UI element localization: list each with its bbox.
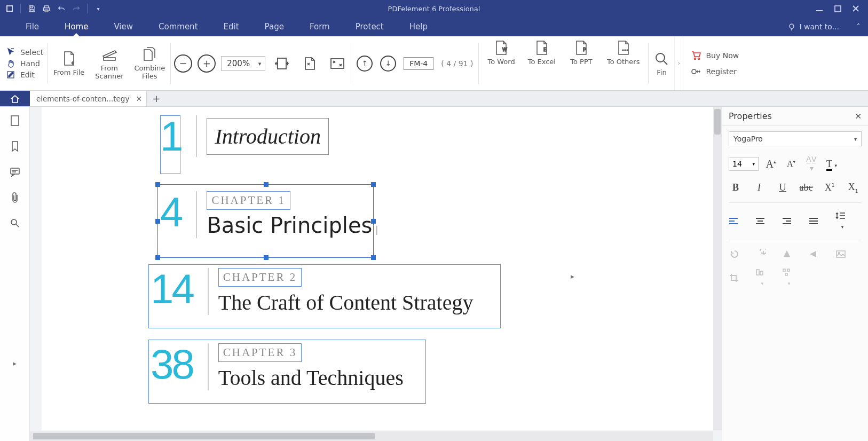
- page-num[interactable]: 38: [151, 343, 198, 390]
- bold-icon[interactable]: B: [729, 182, 743, 193]
- from-file-button[interactable]: From File: [48, 36, 90, 90]
- char-spacing-icon[interactable]: A̲V̲ ▾: [804, 155, 818, 173]
- distribute-icon[interactable]: ▾: [782, 268, 796, 288]
- collapse-right-panel[interactable]: ▶: [571, 274, 574, 279]
- chapter-label[interactable]: CHAPTER 3: [218, 343, 302, 362]
- italic-icon[interactable]: I: [752, 182, 766, 193]
- underline-icon[interactable]: U: [776, 182, 790, 193]
- close-properties-icon[interactable]: ✕: [855, 112, 862, 121]
- svg-line-37: [16, 224, 19, 227]
- page-num[interactable]: 4: [160, 191, 186, 238]
- find-button[interactable]: Fin: [649, 36, 674, 90]
- svg-line-28: [664, 61, 667, 65]
- maximize-icon[interactable]: [828, 2, 847, 15]
- actual-size-icon[interactable]: [328, 56, 346, 72]
- rotate-left-icon[interactable]: [729, 249, 743, 259]
- minimize-icon[interactable]: [810, 2, 828, 15]
- hand-tool[interactable]: Hand: [6, 59, 43, 68]
- from-scanner-button[interactable]: From Scanner: [90, 36, 129, 90]
- svg-rect-58: [787, 269, 790, 271]
- chapter-label[interactable]: CHAPTER 2: [218, 268, 302, 287]
- menu-protect[interactable]: Protect: [343, 17, 397, 36]
- fit-width-icon[interactable]: [273, 56, 291, 72]
- collapse-ribbon-icon[interactable]: ˄: [849, 22, 868, 31]
- chapter-title[interactable]: The Craft of Content Strategy: [218, 290, 474, 315]
- doc-tab[interactable]: elements-of-conten...tegy ✕: [30, 91, 147, 106]
- menu-file[interactable]: File: [13, 17, 52, 36]
- increase-font-icon[interactable]: A▴: [764, 158, 778, 170]
- align-right-icon[interactable]: [782, 217, 796, 225]
- to-ppt-button[interactable]: PTo PPT: [563, 40, 599, 66]
- expand-left-panel[interactable]: ▶: [13, 361, 17, 366]
- page-input[interactable]: FM-4: [404, 57, 433, 70]
- comments-icon[interactable]: [9, 166, 21, 178]
- add-tab-button[interactable]: +: [147, 91, 166, 106]
- register-button[interactable]: Register: [691, 67, 745, 76]
- line-spacing-icon[interactable]: ▾: [835, 211, 849, 231]
- intro-title[interactable]: Introduction: [207, 118, 329, 155]
- flip-horizontal-icon[interactable]: [809, 249, 823, 259]
- thumbnails-icon[interactable]: [9, 114, 21, 127]
- menu-page[interactable]: Page: [252, 17, 297, 36]
- redo-icon[interactable]: [70, 2, 83, 15]
- to-word-button[interactable]: WTo Word: [482, 40, 520, 66]
- combine-files-button[interactable]: Combine Files: [129, 36, 170, 90]
- page-num[interactable]: 1: [160, 115, 186, 157]
- font-family-select[interactable]: YogaPro: [729, 131, 862, 146]
- menu-edit[interactable]: Edit: [211, 17, 252, 36]
- vertical-scrollbar[interactable]: [713, 107, 722, 430]
- qat-dropdown-icon[interactable]: ▾: [92, 2, 105, 15]
- font-size-select[interactable]: 14▾: [729, 157, 759, 171]
- horizontal-scrollbar[interactable]: [30, 431, 713, 441]
- align-center-icon[interactable]: [755, 217, 769, 225]
- zoom-select[interactable]: 200%: [221, 56, 265, 71]
- close-icon[interactable]: [847, 2, 865, 15]
- page-nav: ↑ ↓ FM-4 ( 4 / 91 ): [351, 56, 478, 72]
- others-icon: [616, 40, 632, 57]
- decrease-font-icon[interactable]: A▾: [784, 159, 798, 169]
- print-icon[interactable]: [40, 2, 53, 15]
- superscript-icon[interactable]: X1: [823, 182, 837, 193]
- edit-tool[interactable]: Edit: [6, 70, 43, 80]
- to-excel-button[interactable]: ETo Excel: [523, 40, 561, 66]
- menu-form[interactable]: Form: [297, 17, 343, 36]
- rotate-right-icon[interactable]: [755, 249, 769, 259]
- replace-image-icon[interactable]: [835, 250, 849, 258]
- i-want-label: I want to...: [799, 22, 839, 31]
- menu-view[interactable]: View: [101, 17, 146, 36]
- menu-home[interactable]: Home: [52, 17, 101, 36]
- search-panel-icon[interactable]: [9, 217, 21, 230]
- to-others-button[interactable]: To Others: [602, 40, 645, 66]
- bookmarks-icon[interactable]: [9, 140, 21, 153]
- align-left-icon[interactable]: [729, 217, 743, 225]
- undo-icon[interactable]: [55, 2, 68, 15]
- next-page-button[interactable]: ↓: [380, 56, 396, 72]
- chapter-label[interactable]: CHAPTER 1: [207, 191, 290, 210]
- save-icon[interactable]: [25, 2, 38, 15]
- canvas[interactable]: 1 Introduction 4 CH: [30, 107, 722, 441]
- subscript-icon[interactable]: X1: [846, 182, 860, 194]
- flip-vertical-icon[interactable]: [782, 249, 796, 259]
- fit-page-icon[interactable]: [301, 56, 319, 72]
- ribbon-overflow-icon[interactable]: ›: [674, 36, 683, 90]
- chapter-title[interactable]: Basic Principles|: [207, 213, 378, 238]
- select-tool[interactable]: Select: [6, 48, 43, 57]
- zoom-in-button[interactable]: +: [198, 54, 216, 73]
- page-num[interactable]: 14: [151, 268, 198, 315]
- attachments-icon[interactable]: [9, 191, 21, 204]
- crop-icon[interactable]: [729, 273, 743, 282]
- prev-page-button[interactable]: ↑: [357, 56, 373, 72]
- close-tab-icon[interactable]: ✕: [136, 94, 142, 103]
- chapter-title[interactable]: Tools and Techniques: [218, 365, 404, 390]
- menu-comment[interactable]: Comment: [146, 17, 211, 36]
- align-justify-icon[interactable]: [809, 217, 823, 225]
- menu-help[interactable]: Help: [397, 17, 440, 36]
- i-want-to[interactable]: I want to...: [787, 22, 849, 31]
- home-tab-button[interactable]: [0, 91, 30, 106]
- buy-now-button[interactable]: Buy Now: [691, 51, 745, 60]
- svg-rect-20: [331, 59, 344, 68]
- text-color-icon[interactable]: T ▾: [825, 159, 839, 170]
- zoom-out-button[interactable]: −: [174, 54, 192, 73]
- align-objects-icon[interactable]: ▾: [755, 268, 769, 288]
- strikethrough-icon[interactable]: abc: [799, 182, 813, 193]
